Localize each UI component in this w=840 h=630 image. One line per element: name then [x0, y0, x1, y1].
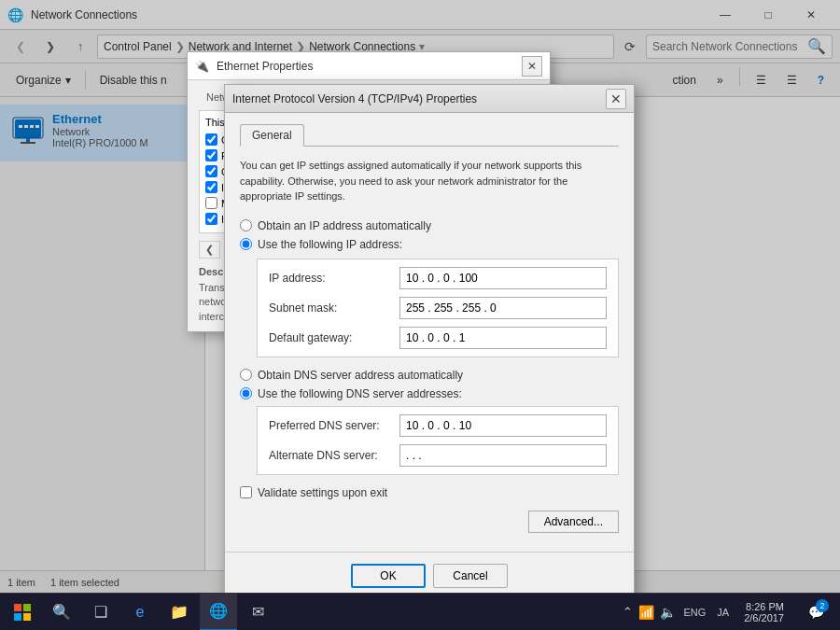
language-indicator: ENG JA [683, 605, 729, 619]
ipv4-properties-dialog: Internet Protocol Version 4 (TCP/IPv4) P… [224, 84, 635, 604]
taskbar-explorer-icon[interactable]: 📁 [161, 594, 198, 631]
eth-title-bar: 🔌 Ethernet Properties ✕ [188, 52, 550, 80]
subnet-label: Subnet mask: [269, 301, 399, 315]
notif-badge: 2 [816, 599, 829, 612]
eth-dialog-icon: 🔌 [195, 60, 209, 73]
gateway-input[interactable]: 10 . 0 . 0 . 1 [399, 327, 607, 349]
system-clock[interactable]: 8:26 PM 2/6/2017 [736, 601, 791, 623]
radio-manual-dns-input[interactable] [240, 387, 252, 399]
start-button[interactable] [0, 594, 45, 631]
eth-checkbox-2[interactable] [205, 149, 217, 161]
eth-close-button[interactable]: ✕ [522, 56, 542, 77]
ipv4-close-button[interactable]: ✕ [606, 89, 626, 109]
ipv4-title-bar: Internet Protocol Version 4 (TCP/IPv4) P… [225, 85, 634, 113]
radio-auto-ip[interactable]: Obtain an IP address automatically [240, 219, 619, 232]
taskbar-search-icon: 🔍 [52, 603, 71, 621]
radio-manual-dns[interactable]: Use the following DNS server addresses: [240, 387, 619, 400]
taskbar-network-icon[interactable]: 🌐 [200, 594, 237, 631]
svg-rect-10 [14, 613, 21, 621]
sys-tray-icons: ⌃ 📶 🔈 [623, 605, 676, 620]
subnet-row: Subnet mask: 255 . 255 . 255 . 0 [269, 297, 607, 319]
taskbar-task-view[interactable]: ❑ [82, 594, 119, 631]
notification-button[interactable]: 💬 2 [799, 594, 833, 631]
eth-checkbox-3[interactable] [205, 165, 217, 177]
volume-icon[interactable]: 🔈 [660, 605, 676, 620]
bottom-section: Validate settings upon exit Advanced... [240, 486, 619, 533]
gateway-row: Default gateway: 10 . 0 . 0 . 1 [269, 327, 607, 349]
eth-checkbox-4[interactable] [205, 181, 217, 193]
ip-radio-group: Obtain an IP address automatically Use t… [240, 219, 619, 251]
tab-bar: General [240, 124, 619, 147]
taskbar: 🔍 ❑ e 📁 🌐 ✉ ⌃ 📶 🔈 ENG JA 8:26 PM 2/6/201… [0, 593, 840, 630]
preferred-dns-row: Preferred DNS server: 10 . 0 . 0 . 10 [269, 414, 607, 437]
svg-rect-11 [23, 613, 31, 621]
svg-rect-8 [14, 604, 21, 611]
network-tray-icon[interactable]: 📶 [638, 605, 654, 620]
tab-general[interactable]: General [240, 124, 304, 147]
preferred-dns-input[interactable]: 10 . 0 . 0 . 10 [399, 414, 607, 437]
taskbar-right: ⌃ 📶 🔈 ENG JA 8:26 PM 2/6/2017 💬 2 [623, 594, 840, 631]
radio-auto-ip-input[interactable] [240, 219, 252, 231]
taskbar-edge-icon[interactable]: e [121, 594, 159, 631]
preferred-dns-label: Preferred DNS server: [269, 419, 399, 432]
validate-checkbox-row[interactable]: Validate settings upon exit [240, 486, 619, 499]
validate-checkbox[interactable] [240, 486, 252, 498]
taskbar-search-button[interactable]: 🔍 [45, 594, 78, 631]
ipv4-title: Internet Protocol Version 4 (TCP/IPv4) P… [232, 92, 598, 105]
alternate-dns-row: Alternate DNS server: . . . [269, 444, 607, 467]
svg-rect-9 [23, 604, 31, 611]
locale-label: JA [717, 607, 729, 618]
dns-fields: Preferred DNS server: 10 . 0 . 0 . 10 Al… [257, 406, 619, 475]
ip-fields: IP address: 10 . 0 . 0 . 100 Subnet mask… [257, 259, 619, 357]
eth-checkbox-5[interactable] [205, 197, 217, 209]
eth-dialog-title: Ethernet Properties [217, 60, 514, 73]
eth-checkbox-1[interactable] [205, 133, 217, 146]
ip-address-row: IP address: 10 . 0 . 0 . 100 [269, 267, 607, 289]
taskbar-pinned-icons: ❑ e 📁 🌐 ✉ [82, 594, 276, 631]
radio-manual-ip-input[interactable] [240, 238, 252, 250]
radio-manual-ip[interactable]: Use the following IP address: [240, 238, 619, 251]
ip-label: IP address: [269, 272, 399, 285]
alternate-dns-input[interactable]: . . . [399, 444, 607, 467]
eth-checkbox-6[interactable] [205, 213, 217, 225]
taskbar-mail-icon[interactable]: ✉ [239, 594, 276, 631]
cancel-button[interactable]: Cancel [433, 564, 508, 588]
subnet-input[interactable]: 255 . 255 . 255 . 0 [399, 297, 607, 319]
language-label: ENG [683, 607, 706, 618]
dns-section: Obtain DNS server address automatically … [240, 369, 619, 475]
clock-time: 8:26 PM [744, 601, 784, 612]
clock-date: 2/6/2017 [744, 612, 784, 623]
gateway-label: Default gateway: [269, 331, 399, 344]
eth-scroll-left[interactable]: ❮ [199, 241, 220, 259]
chevron-up-icon[interactable]: ⌃ [623, 605, 633, 619]
ok-button[interactable]: OK [351, 564, 426, 588]
alternate-dns-label: Alternate DNS server: [269, 449, 399, 462]
advanced-button[interactable]: Advanced... [528, 511, 619, 533]
radio-auto-dns[interactable]: Obtain DNS server address automatically [240, 369, 619, 382]
radio-auto-dns-input[interactable] [240, 369, 252, 381]
ipv4-description: You can get IP settings assigned automat… [240, 158, 619, 204]
ip-address-input[interactable]: 10 . 0 . 0 . 100 [399, 267, 607, 289]
ipv4-content: General You can get IP settings assigned… [225, 113, 634, 544]
